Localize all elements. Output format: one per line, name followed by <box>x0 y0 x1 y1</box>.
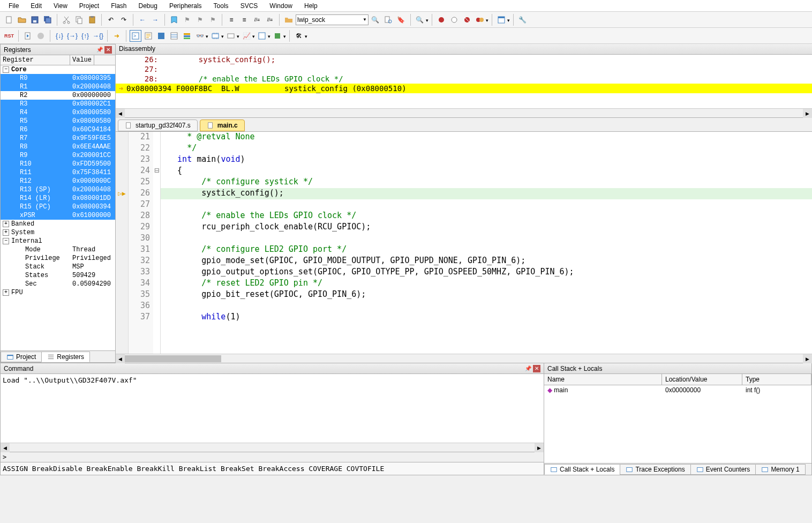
code-line[interactable]: */ <box>163 143 812 154</box>
nav-fwd-icon[interactable]: → <box>149 14 161 26</box>
save-icon[interactable] <box>29 14 41 26</box>
debug-magnifier-icon[interactable]: 🔍 <box>414 14 426 26</box>
gutter[interactable] <box>116 278 128 289</box>
fold-gutter[interactable] <box>153 211 160 222</box>
gutter[interactable] <box>116 312 128 323</box>
code-line[interactable] <box>163 233 812 244</box>
gutter[interactable] <box>116 166 128 177</box>
undo-icon[interactable]: ↶ <box>105 14 117 26</box>
code-line[interactable]: /* enable the LEDs GPIO clock */ <box>163 211 812 222</box>
fold-gutter[interactable] <box>153 312 160 323</box>
callstack-window-icon[interactable] <box>181 30 193 42</box>
run-icon[interactable] <box>22 30 34 42</box>
config-wrench-icon[interactable]: 🔧 <box>517 14 529 26</box>
gutter[interactable] <box>116 132 128 143</box>
serial-window-icon[interactable] <box>225 30 237 42</box>
command-output[interactable]: Load "..\\Output\\GD32F407V.axf" <box>1 374 544 443</box>
breakpoint-white-icon[interactable] <box>448 14 460 26</box>
breakpoint-kill-icon[interactable] <box>474 14 486 26</box>
code-line[interactable]: while(1) <box>163 312 812 323</box>
menu-svcs[interactable]: SVCS <box>235 1 264 11</box>
locals-tab[interactable]: Call Stack + Locals <box>544 464 620 475</box>
show-next-icon[interactable]: ➜ <box>111 30 123 42</box>
memory-window-icon[interactable] <box>209 30 221 42</box>
bookmark-next-icon[interactable]: ⚑ <box>194 14 206 26</box>
gutter[interactable] <box>116 154 128 166</box>
code-line[interactable]: /* configure systick */ <box>163 177 812 188</box>
reg-row[interactable]: R10x20000408 <box>1 83 115 91</box>
reg-row[interactable]: R30x080002C1 <box>1 100 115 108</box>
toolbox-icon[interactable]: 🛠 <box>293 30 305 42</box>
locals-tab[interactable]: Event Counters <box>690 464 756 475</box>
menu-help[interactable]: Help <box>299 1 323 11</box>
gutter[interactable] <box>116 233 128 244</box>
disasm-line[interactable]: 27: <box>116 64 812 74</box>
reg-row[interactable]: R70x9F59F6E5 <box>1 134 115 143</box>
symbols-window-icon[interactable] <box>155 30 167 42</box>
expander-icon[interactable]: + <box>3 229 9 236</box>
code-line[interactable]: gpio_mode_set(GPIOC, GPIO_MODE_OUTPUT, G… <box>163 256 812 267</box>
step-in-icon[interactable]: {↓} <box>54 30 65 42</box>
find-folder-icon[interactable] <box>283 14 295 26</box>
menu-flash[interactable]: Flash <box>106 1 132 11</box>
code-line[interactable]: rcu_periph_clock_enable(RCU_GPIOC); <box>163 222 812 233</box>
code-line[interactable]: { <box>163 166 812 177</box>
open-folder-icon[interactable] <box>16 14 28 26</box>
reg-row[interactable]: R20x00000000 <box>1 91 115 100</box>
fold-gutter[interactable] <box>153 267 160 278</box>
menu-debug[interactable]: Debug <box>133 1 163 11</box>
reg-row[interactable]: R15 (PC)0x08000394 <box>1 203 115 211</box>
disassembly-body[interactable]: 26: systick_config(); 27: 28: /* enable … <box>116 55 812 108</box>
nav-back-icon[interactable]: ← <box>137 14 148 26</box>
fold-gutter[interactable] <box>153 199 160 211</box>
reg-row[interactable]: R100xFDD59500 <box>1 160 115 168</box>
locals-body[interactable]: ◆ main0x00000000int f() <box>544 385 811 463</box>
gutter[interactable] <box>116 256 128 267</box>
code-line[interactable]: /* reset LED2 GPIO pin */ <box>163 278 812 289</box>
reg-row[interactable]: States509429 <box>1 271 115 280</box>
gutter[interactable] <box>116 199 128 211</box>
editor-tab[interactable]: main.c <box>200 119 245 131</box>
comment-icon[interactable]: //≡ <box>251 14 263 26</box>
fold-gutter[interactable] <box>153 301 160 312</box>
editor-body[interactable]: ▷▶ 2122232425262728293031323334353637 ⊟ … <box>116 132 812 354</box>
command-input[interactable]: > <box>1 452 544 462</box>
bookmark-clear-icon[interactable]: ⚑ <box>207 14 219 26</box>
disasm-line[interactable]: ➜0x08000394 F000F8BC BL.W systick_config… <box>116 84 812 93</box>
save-all-icon[interactable] <box>42 14 54 26</box>
reg-row[interactable]: Sec0.05094290 <box>1 280 115 288</box>
reg-row[interactable]: R80x6EE4AAAE <box>1 143 115 151</box>
locals-row[interactable]: ◆ main0x00000000int f() <box>544 385 811 395</box>
paste-icon[interactable] <box>86 14 98 26</box>
menu-project[interactable]: Project <box>74 1 104 11</box>
reset-icon[interactable]: RST <box>3 30 15 42</box>
expander-icon[interactable]: + <box>3 289 9 296</box>
find-icon[interactable]: 🔍 <box>370 14 381 26</box>
col-value[interactable]: Value <box>70 55 94 65</box>
bookmark-flag-icon[interactable] <box>168 14 180 26</box>
system-viewer-icon[interactable] <box>272 30 283 42</box>
menu-window[interactable]: Window <box>264 1 298 11</box>
gutter[interactable]: ▷▶ <box>116 188 128 199</box>
tab-registers[interactable]: Registers <box>41 352 90 362</box>
expander-icon[interactable]: + <box>3 221 9 227</box>
col-type[interactable]: Type <box>742 374 811 385</box>
pin-icon[interactable]: 📌 <box>96 46 103 54</box>
find-input[interactable]: ▼ <box>296 14 369 25</box>
incremental-find-icon[interactable]: 🔖 <box>395 14 407 26</box>
new-file-icon[interactable] <box>3 14 15 26</box>
expander-icon[interactable]: − <box>3 238 9 244</box>
analysis-window-icon[interactable]: 📈 <box>240 30 252 42</box>
fold-gutter[interactable] <box>153 278 160 289</box>
col-register[interactable]: Register <box>1 55 70 65</box>
fold-gutter[interactable] <box>153 289 160 301</box>
code-line[interactable]: int main(void) <box>163 154 812 166</box>
fold-gutter[interactable] <box>153 188 160 199</box>
editor-scrollbar[interactable]: ◀▶ <box>116 354 812 363</box>
fold-gutter[interactable] <box>153 143 160 154</box>
tab-project[interactable]: Project <box>1 352 42 362</box>
copy-icon[interactable] <box>73 14 85 26</box>
fold-gutter[interactable] <box>153 256 160 267</box>
watch-window-icon[interactable]: 👓 <box>194 30 206 42</box>
gutter[interactable] <box>116 177 128 188</box>
